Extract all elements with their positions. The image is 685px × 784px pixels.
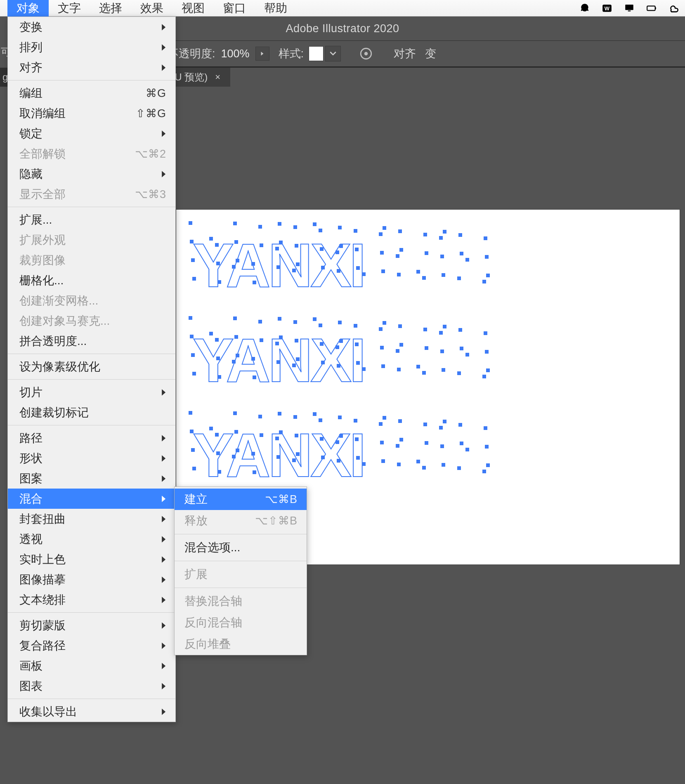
anchor-point[interactable] bbox=[293, 415, 297, 419]
anchor-point[interactable] bbox=[338, 321, 342, 324]
anchor-point[interactable] bbox=[217, 280, 221, 284]
anchor-point[interactable] bbox=[465, 448, 469, 451]
anchor-point[interactable] bbox=[422, 371, 426, 375]
menu-item[interactable]: 栅格化... bbox=[8, 270, 175, 290]
anchor-point[interactable] bbox=[381, 364, 385, 368]
submenu-item[interactable]: 建立⌥⌘B bbox=[175, 489, 307, 510]
anchor-point[interactable] bbox=[458, 423, 462, 427]
anchor-point[interactable] bbox=[380, 346, 384, 349]
anchor-point[interactable] bbox=[276, 455, 280, 459]
anchor-point[interactable] bbox=[233, 411, 237, 415]
anchor-point[interactable] bbox=[486, 274, 490, 277]
anchor-point[interactable] bbox=[233, 222, 237, 225]
menu-item[interactable]: 封套扭曲 bbox=[8, 509, 175, 529]
anchor-point[interactable] bbox=[355, 342, 359, 346]
anchor-point[interactable] bbox=[275, 342, 279, 345]
anchor-point[interactable] bbox=[397, 368, 401, 371]
menu-effect[interactable]: 效果 bbox=[131, 0, 172, 17]
anchor-point[interactable] bbox=[236, 259, 239, 262]
anchor-point[interactable] bbox=[482, 375, 486, 378]
anchor-point[interactable] bbox=[458, 233, 462, 237]
anchor-point[interactable] bbox=[484, 426, 487, 430]
anchor-point[interactable] bbox=[215, 433, 219, 437]
anchor-point[interactable] bbox=[486, 463, 490, 467]
anchor-point[interactable] bbox=[460, 347, 463, 350]
anchor-point[interactable] bbox=[232, 360, 236, 364]
anchor-point[interactable] bbox=[362, 367, 366, 371]
recolor-icon[interactable] bbox=[359, 47, 373, 61]
anchor-point[interactable] bbox=[383, 226, 386, 230]
anchor-point[interactable] bbox=[399, 248, 403, 252]
anchor-point[interactable] bbox=[465, 353, 469, 357]
anchor-point[interactable] bbox=[380, 441, 384, 444]
tray-qq-icon[interactable] bbox=[577, 3, 593, 14]
anchor-point[interactable] bbox=[443, 230, 446, 234]
submenu-item[interactable]: 混合选项... bbox=[175, 537, 307, 558]
menu-item[interactable]: 取消编组⇧⌘G bbox=[8, 103, 175, 123]
anchor-point[interactable] bbox=[216, 357, 220, 360]
anchor-point[interactable] bbox=[443, 420, 446, 423]
anchor-point[interactable] bbox=[398, 419, 402, 423]
anchor-point[interactable] bbox=[320, 247, 324, 251]
anchor-point[interactable] bbox=[275, 247, 279, 250]
anchor-point[interactable] bbox=[260, 243, 263, 247]
anchor-point[interactable] bbox=[232, 265, 236, 269]
anchor-point[interactable] bbox=[276, 360, 280, 364]
anchor-point[interactable] bbox=[337, 364, 340, 368]
anchor-point[interactable] bbox=[192, 467, 196, 470]
anchor-point[interactable] bbox=[190, 335, 194, 338]
anchor-point[interactable] bbox=[362, 462, 366, 466]
anchor-point[interactable] bbox=[356, 266, 360, 270]
tray-cc-icon[interactable] bbox=[666, 3, 682, 14]
anchor-point[interactable] bbox=[396, 349, 399, 353]
anchor-point[interactable] bbox=[425, 251, 428, 255]
anchor-point[interactable] bbox=[339, 434, 343, 438]
anchor-point[interactable] bbox=[379, 232, 383, 236]
menu-item[interactable]: 创建裁切标记 bbox=[8, 402, 175, 423]
anchor-point[interactable] bbox=[216, 451, 220, 455]
anchor-point[interactable] bbox=[379, 327, 383, 331]
anchor-point[interactable] bbox=[313, 222, 317, 226]
anchor-point[interactable] bbox=[423, 328, 427, 331]
menu-item[interactable]: 图表 bbox=[8, 676, 175, 696]
anchor-point[interactable] bbox=[319, 229, 322, 232]
anchor-point[interactable] bbox=[319, 324, 322, 327]
menu-item[interactable]: 形状 bbox=[8, 448, 175, 468]
anchor-point[interactable] bbox=[190, 430, 194, 433]
anchor-point[interactable] bbox=[233, 316, 237, 320]
menu-item[interactable]: 文本绕排 bbox=[8, 590, 175, 610]
anchor-point[interactable] bbox=[258, 225, 262, 229]
menu-item[interactable]: 实时上色 bbox=[8, 549, 175, 569]
anchor-point[interactable] bbox=[354, 229, 357, 233]
anchor-point[interactable] bbox=[215, 338, 219, 342]
tray-wps-icon[interactable]: W bbox=[599, 3, 615, 14]
anchor-point[interactable] bbox=[339, 244, 343, 248]
anchor-point[interactable] bbox=[253, 470, 256, 474]
transform-label-frag[interactable]: 变 bbox=[425, 46, 436, 61]
style-dropdown[interactable] bbox=[325, 46, 341, 61]
anchor-point[interactable] bbox=[253, 281, 256, 284]
anchor-point[interactable] bbox=[276, 265, 280, 269]
anchor-point[interactable] bbox=[321, 266, 325, 269]
anchor-point[interactable] bbox=[191, 258, 195, 262]
style-swatch[interactable] bbox=[309, 46, 324, 61]
menu-item[interactable]: 路径 bbox=[8, 428, 175, 448]
anchor-point[interactable] bbox=[440, 349, 444, 353]
menu-item[interactable]: 图像描摹 bbox=[8, 569, 175, 590]
menu-view[interactable]: 视图 bbox=[172, 0, 214, 17]
anchor-point[interactable] bbox=[192, 277, 196, 281]
anchor-point[interactable] bbox=[380, 251, 384, 255]
anchor-point[interactable] bbox=[439, 236, 443, 240]
menu-item[interactable]: 设为像素级优化 bbox=[8, 357, 175, 377]
menu-item[interactable]: 锁定 bbox=[8, 123, 175, 144]
anchor-point[interactable] bbox=[296, 357, 300, 361]
anchor-point[interactable] bbox=[337, 269, 340, 273]
menu-item[interactable]: 透视 bbox=[8, 529, 175, 549]
anchor-point[interactable] bbox=[422, 276, 426, 280]
anchor-point[interactable] bbox=[486, 368, 490, 372]
anchor-point[interactable] bbox=[355, 248, 359, 251]
menu-item[interactable]: 切片 bbox=[8, 382, 175, 402]
anchor-point[interactable] bbox=[236, 449, 239, 452]
anchor-point[interactable] bbox=[460, 442, 463, 445]
menu-item[interactable]: 隐藏 bbox=[8, 164, 175, 184]
